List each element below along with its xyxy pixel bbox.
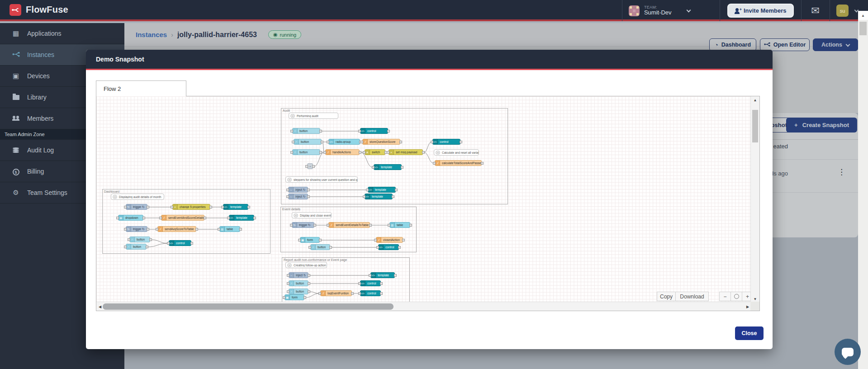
mail-icon[interactable]: ✉ — [802, 5, 830, 17]
flow-node-label: control — [438, 140, 451, 143]
flow-group-label: Event details — [282, 208, 300, 211]
function-icon: f — [363, 139, 368, 144]
comment-icon: ● — [294, 213, 298, 218]
control-icon: </> — [433, 139, 438, 144]
logo-text: FlowFuse — [26, 5, 68, 15]
radio-icon: </> — [329, 139, 334, 144]
canvas-horizontal-scrollbar[interactable]: ◀ ▶ — [96, 302, 751, 311]
zoom-reset-icon — [734, 294, 739, 299]
link-icon: ▪ — [308, 164, 313, 169]
page-scroll-up-icon[interactable]: ▲ — [858, 11, 868, 20]
flow-node-label: form — [305, 238, 315, 241]
zoom-in-button[interactable]: + — [742, 292, 750, 301]
zoom-out-button[interactable]: − — [719, 292, 730, 301]
control-icon: </> — [360, 291, 365, 296]
zoom-reset-button[interactable] — [730, 292, 742, 301]
flow-node-label: steppers for showing user current questi… — [292, 178, 357, 181]
button-icon: ☝ — [289, 281, 294, 286]
flow-node-comment: ●Creating follow-up action — [285, 262, 327, 268]
switch-icon: ⋔ — [365, 150, 370, 155]
flow-node-button: ☝button — [289, 280, 308, 286]
template-icon: </> — [365, 194, 370, 199]
flowfuse-logo-icon — [9, 4, 21, 16]
flow-node-switch: ⋔switch — [365, 149, 385, 155]
flow-node-inject: →inject ↻ — [289, 272, 308, 278]
nav-divider — [720, 0, 720, 21]
form-icon: ▦ — [300, 237, 305, 242]
user-avatar[interactable]: su — [836, 5, 849, 17]
flow-node-label: calculateTotalScoreAndPassedAudit — [440, 161, 481, 165]
copy-button[interactable]: Copy — [657, 292, 675, 301]
flow-node-table: ▥table — [219, 226, 240, 232]
vertical-scroll-thumb[interactable] — [752, 110, 758, 142]
flow-node-label: form — [290, 296, 299, 299]
flowfuse-logo[interactable]: FlowFuse — [0, 4, 68, 16]
flow-tab[interactable]: Flow 2 — [96, 80, 186, 96]
button-icon: ☝ — [126, 244, 131, 249]
scroll-up-icon[interactable]: ▲ — [751, 96, 759, 104]
flow-node-control: </>control — [169, 240, 191, 246]
flow-node-control: </>control — [432, 139, 460, 145]
flow-node-comment: ●Display and close events — [292, 212, 332, 218]
comment-icon: ● — [113, 195, 117, 199]
flow-node-label: table — [225, 227, 235, 231]
download-button[interactable]: Download — [675, 292, 709, 301]
flow-node-label: template — [370, 195, 385, 198]
flow-node-label: template — [379, 166, 394, 169]
control-icon: </> — [379, 245, 384, 250]
flow-node-label: radio-group — [334, 140, 352, 143]
team-selector[interactable]: TEAM: Sumit-Dev — [622, 0, 720, 21]
invite-members-button[interactable]: + Invite Members — [727, 4, 794, 18]
flow-node-label: button — [294, 282, 306, 285]
flow-node-label: Calculate and reset all variable — [440, 151, 479, 154]
flow-node-label: Performing audit — [295, 114, 320, 118]
function-icon: f — [158, 227, 163, 232]
canvas-vertical-scrollbar[interactable]: ▲ ▼ — [750, 96, 759, 303]
flow-node-function: fhandleActions — [325, 149, 360, 155]
flow-node-label: inject ↻ — [294, 195, 307, 199]
flow-node-label: button — [316, 246, 327, 249]
flow-node-template: </>template — [365, 194, 393, 199]
flow-node-change: ×change 5 properties — [172, 204, 210, 210]
flow-canvas: Copy Download − + AuditDashboardEvent de… — [96, 96, 760, 311]
person-plus-icon: + — [735, 8, 740, 14]
flow-node-link: ▪ — [307, 163, 313, 169]
flow-node-label: inject ↻ — [294, 274, 308, 277]
horizontal-scroll-thumb[interactable] — [103, 303, 394, 310]
flow-node-template: </>template — [368, 187, 396, 193]
form-icon: ▦ — [285, 295, 290, 300]
button-icon: ☝ — [294, 139, 299, 144]
flow-node-control: </>control — [360, 280, 381, 286]
flow-node-trigger: ↻trigger ↻ — [126, 204, 147, 210]
flow-node-label: storeQuestionScore — [368, 140, 397, 143]
function-icon: f — [435, 161, 440, 166]
button-icon: ☝ — [293, 150, 298, 155]
close-button[interactable]: Close — [735, 326, 764, 340]
flow-node-label: Creating follow-up action — [292, 264, 327, 267]
button-icon: ☝ — [289, 289, 294, 294]
page-scrollbar[interactable]: ▲ — [858, 11, 868, 369]
flow-node-button: ☝button — [289, 289, 308, 294]
page-scroll-thumb[interactable] — [859, 22, 867, 35]
flow-node-template: </>template — [229, 215, 254, 221]
dialog-title: Demo Snapshot — [96, 56, 144, 63]
change-icon: × — [173, 204, 178, 209]
flow-node-label: button — [135, 238, 147, 241]
chat-widget-button[interactable] — [835, 339, 861, 365]
flow-node-comment: ●steppers for showing user current quest… — [285, 176, 358, 183]
flow-node-label: trigger ↻ — [131, 227, 147, 231]
flow-node-inject: →inject ↻ — [288, 194, 308, 199]
template-icon: </> — [223, 204, 228, 209]
function-icon: f — [321, 291, 326, 296]
flow-node-label: change 5 properties — [178, 205, 207, 208]
chevron-down-icon — [686, 8, 691, 12]
flow-node-label: button — [298, 129, 309, 132]
flow-node-label: trigger ↻ — [131, 205, 147, 209]
flow-node-change: ×set msg.payload — [389, 149, 423, 155]
flow-node-label: sendAvgScoreToTable — [163, 227, 196, 231]
flow-node-control: </>control — [360, 290, 381, 296]
nav-divider — [830, 0, 830, 21]
flow-node-label: template — [376, 274, 391, 277]
comment-icon: ● — [287, 178, 292, 182]
flow-node-form: ▦form — [285, 294, 304, 300]
